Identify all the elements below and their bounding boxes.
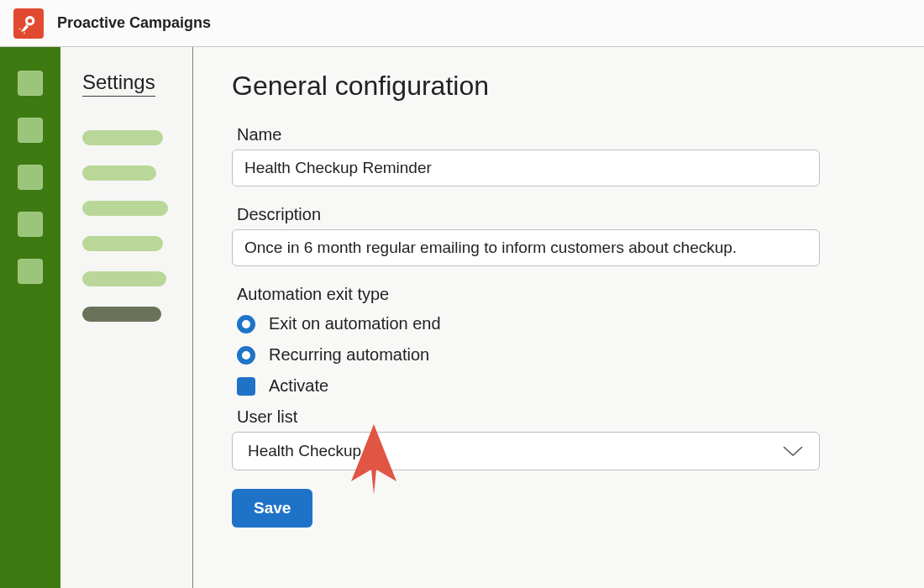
user-list-select[interactable]: Health Checkup <box>232 432 820 470</box>
rail-item[interactable] <box>18 165 43 190</box>
checkbox-checked-icon <box>237 377 255 396</box>
svg-point-3 <box>24 32 25 34</box>
settings-sidebar: Settings <box>60 47 193 588</box>
rail-item[interactable] <box>18 259 43 284</box>
option-label: Activate <box>269 376 328 396</box>
main-content: General configuration Name Description A… <box>193 47 924 588</box>
radio-selected-icon <box>237 346 255 365</box>
option-activate[interactable]: Activate <box>237 376 874 396</box>
sidebar-item[interactable] <box>82 201 168 216</box>
select-value: Health Checkup <box>248 442 361 460</box>
rail-item[interactable] <box>18 118 43 143</box>
sidebar-item[interactable] <box>82 271 166 286</box>
name-input[interactable] <box>232 150 820 186</box>
description-label: Description <box>237 205 874 224</box>
option-label: Exit on automation end <box>269 314 441 333</box>
sidebar-item[interactable] <box>82 130 163 145</box>
description-input[interactable] <box>232 229 820 266</box>
app-logo <box>13 8 44 39</box>
sidebar-item[interactable] <box>82 236 163 251</box>
svg-point-1 <box>28 18 32 23</box>
sidebar-title: Settings <box>82 71 155 97</box>
name-label: Name <box>237 125 874 144</box>
svg-point-2 <box>21 30 23 32</box>
option-label: Recurring automation <box>269 345 429 365</box>
user-list-label: User list <box>237 407 874 427</box>
page-title: General configuration <box>232 71 874 102</box>
option-exit-on-end[interactable]: Exit on automation end <box>237 314 874 333</box>
rocket-icon <box>18 13 39 34</box>
radio-selected-icon <box>237 315 255 333</box>
svg-point-4 <box>19 28 21 29</box>
rail-item[interactable] <box>18 212 43 237</box>
sidebar-item[interactable] <box>82 165 156 181</box>
exit-type-heading: Automation exit type <box>237 285 874 304</box>
nav-rail <box>0 47 60 588</box>
rail-item[interactable] <box>18 71 43 96</box>
sidebar-item-active[interactable] <box>82 307 161 322</box>
option-recurring[interactable]: Recurring automation <box>237 345 874 365</box>
save-button[interactable]: Save <box>232 489 312 528</box>
chevron-down-icon <box>782 444 804 458</box>
app-title: Proactive Campaigns <box>57 14 211 32</box>
top-bar: Proactive Campaigns <box>0 0 924 47</box>
